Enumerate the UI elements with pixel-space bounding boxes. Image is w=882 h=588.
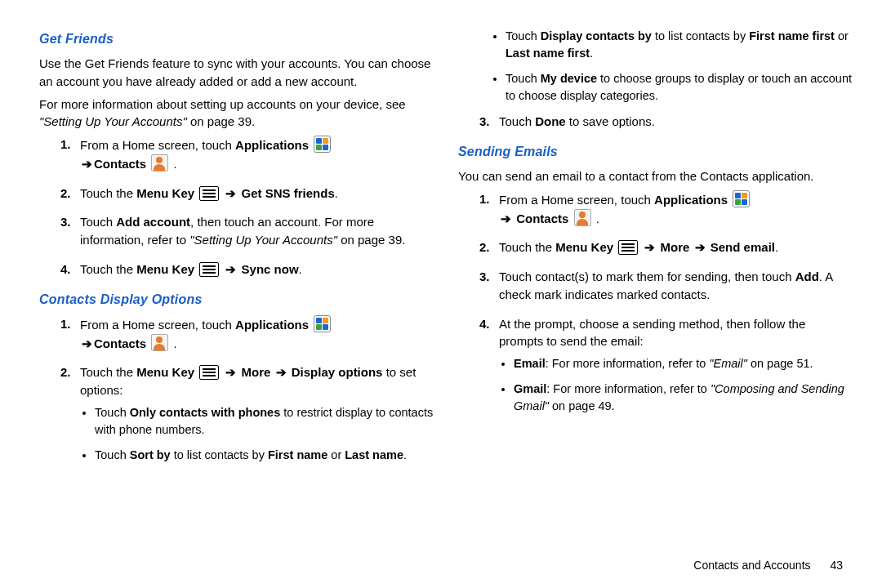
text: on page 51.	[747, 357, 813, 370]
page-footer: Contacts and Accounts 43	[693, 557, 843, 573]
page-body: Get Friends Use the Get Friends feature …	[0, 0, 882, 508]
step-3: 3. Touch Add account, then touch an acco…	[60, 213, 434, 249]
text: For more information about setting up ac…	[39, 97, 406, 111]
bullet-gmail: Gmail: For more information, refer to "C…	[514, 381, 853, 415]
text: At the prompt, choose a sending method, …	[499, 317, 805, 349]
ref-setting-up: "Setting Up Your Accounts"	[189, 233, 337, 247]
left-column: Get Friends Use the Get Friends feature …	[39, 24, 434, 475]
text: .	[403, 448, 407, 461]
para-sending-intro: You can send an email to a contact from …	[458, 167, 853, 185]
footer-section: Contacts and Accounts	[693, 559, 810, 572]
display-options-steps: 1. From a Home screen, touch Application…	[60, 315, 434, 464]
para-more-info: For more information about setting up ac…	[39, 96, 434, 131]
label-display-options: Display options	[288, 365, 383, 379]
label: Last name	[345, 448, 403, 461]
arrow-icon: ➔	[224, 365, 238, 379]
step-4: 4. At the prompt, choose a sending metho…	[479, 315, 853, 416]
label-menu-key: Menu Key	[136, 365, 194, 379]
step-3: 3. Touch Done to save options.	[479, 113, 853, 131]
display-options-bullets-cont: Touch Display contacts by to list contac…	[458, 28, 853, 105]
text: on page 39.	[337, 233, 405, 247]
arrow-icon: ➔	[80, 336, 94, 350]
heading-sending-emails: Sending Emails	[458, 142, 853, 161]
applications-icon	[733, 190, 750, 207]
text: Touch	[506, 29, 541, 42]
text: Touch	[95, 448, 130, 461]
label-contacts: Contacts	[94, 336, 146, 350]
text: Touch	[499, 114, 535, 128]
applications-icon	[314, 315, 331, 332]
label-contacts: Contacts	[94, 157, 146, 171]
text: Touch	[95, 406, 130, 419]
label-applications: Applications	[235, 138, 309, 152]
text: to list contacts by	[171, 448, 268, 461]
menu-key-icon	[199, 262, 219, 277]
text: Touch the	[80, 365, 136, 379]
right-column: Touch Display contacts by to list contac…	[458, 24, 853, 475]
text: to list contacts by	[652, 29, 749, 42]
display-options-bullets: Touch Only contacts with phones to restr…	[80, 404, 434, 464]
label-menu-key: Menu Key	[136, 186, 194, 200]
arrow-icon: ➔	[693, 240, 707, 254]
label: My device	[541, 72, 597, 85]
text: : For more information, refer to	[546, 357, 710, 370]
bullet-email: Email: For more information, refer to "E…	[514, 355, 853, 372]
step-1: 1. From a Home screen, touch Application…	[60, 136, 434, 173]
text: on page 49.	[549, 399, 615, 412]
bullet-only-phones: Touch Only contacts with phones to restr…	[95, 404, 434, 439]
label-sync-now: Sync now	[238, 262, 298, 276]
contacts-icon	[574, 209, 591, 226]
heading-display-options: Contacts Display Options	[39, 290, 434, 309]
menu-key-icon	[199, 186, 219, 201]
step-1: 1. From a Home screen, touch Application…	[479, 190, 853, 228]
step-1: 1. From a Home screen, touch Application…	[60, 315, 434, 353]
display-options-step3: 3. Touch Done to save options.	[479, 113, 853, 131]
footer-page-number: 43	[830, 559, 843, 572]
para-intro: Use the Get Friends feature to sync with…	[39, 55, 434, 91]
text: Touch	[80, 215, 116, 229]
text: Touch contact(s) to mark them for sendin…	[499, 270, 795, 283]
sending-emails-steps: 1. From a Home screen, touch Application…	[479, 190, 853, 415]
ref-setting-up: "Setting Up Your Accounts"	[39, 114, 187, 128]
text: Touch the	[499, 240, 555, 254]
text: or	[327, 448, 345, 461]
text: Touch	[506, 72, 541, 85]
text: on page 39.	[187, 114, 255, 128]
label-more: More	[238, 365, 274, 379]
get-friends-steps: 1. From a Home screen, touch Application…	[60, 136, 434, 278]
label-menu-key: Menu Key	[136, 262, 194, 276]
label: First name first	[749, 29, 835, 42]
step-2: 2. Touch the Menu Key ➔ More ➔ Display o…	[60, 363, 434, 464]
label-applications: Applications	[235, 318, 309, 332]
label: First name	[268, 448, 327, 461]
bullet-display-contacts-by: Touch Display contacts by to list contac…	[506, 28, 853, 62]
contacts-icon	[151, 154, 168, 172]
label: Email	[514, 357, 546, 370]
text: Touch the	[80, 186, 136, 200]
label-done: Done	[535, 114, 566, 128]
label-menu-key: Menu Key	[555, 240, 613, 254]
arrow-icon: ➔	[643, 240, 657, 254]
text: to save options.	[566, 114, 655, 128]
arrow-icon: ➔	[224, 262, 238, 276]
bullet-my-device: Touch My device to choose groups to disp…	[506, 70, 853, 105]
text: From a Home screen, touch	[80, 138, 235, 152]
menu-key-icon	[618, 240, 638, 255]
arrow-icon: ➔	[499, 212, 513, 225]
heading-get-friends: Get Friends	[39, 29, 434, 48]
text: Touch the	[80, 262, 136, 276]
arrow-icon: ➔	[224, 186, 238, 200]
label-add-account: Add account	[116, 215, 190, 229]
ref-email: "Email"	[709, 357, 747, 370]
text: or	[835, 29, 849, 42]
step-2: 2. Touch the Menu Key ➔ Get SNS friends.	[60, 185, 434, 203]
label-get-sns: Get SNS friends	[238, 186, 334, 200]
label-contacts: Contacts	[513, 212, 568, 225]
label-applications: Applications	[654, 193, 728, 207]
label: Last name first	[506, 47, 590, 60]
step-3: 3. Touch contact(s) to mark them for sen…	[479, 268, 853, 304]
step-2: 2. Touch the Menu Key ➔ More ➔ Send emai…	[479, 238, 853, 256]
bullet-sort-by: Touch Sort by to list contacts by First …	[95, 447, 434, 464]
arrow-icon: ➔	[80, 157, 94, 171]
contacts-icon	[151, 334, 168, 351]
